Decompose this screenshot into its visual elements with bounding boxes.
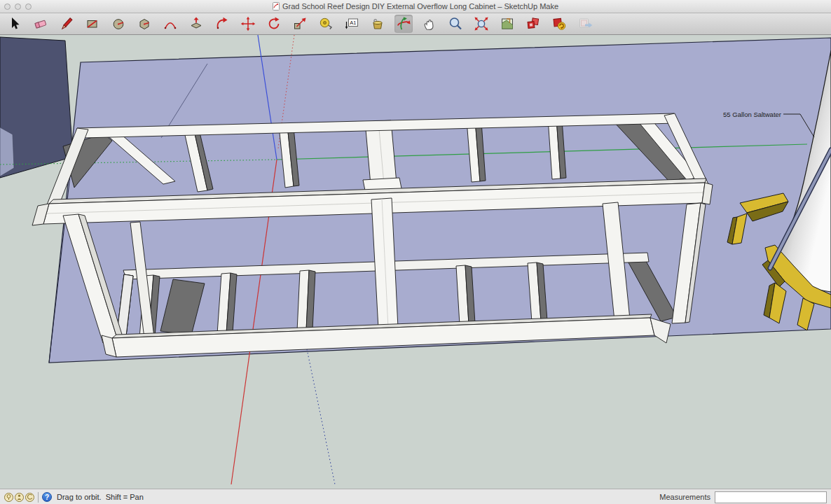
sketchup-window: Grad School Reef Design DIY External Ove… — [0, 0, 831, 504]
arc-tool-icon[interactable] — [161, 15, 179, 33]
select-tool-icon[interactable] — [6, 15, 24, 33]
measurements-input[interactable] — [715, 491, 827, 503]
add-location-tool-icon[interactable] — [498, 15, 516, 33]
close-button[interactable] — [4, 4, 11, 10]
text-tool-icon[interactable]: A1 — [343, 15, 361, 33]
status-globe-icon — [25, 493, 34, 502]
eraser-tool-icon[interactable] — [32, 15, 50, 33]
document-icon — [273, 2, 280, 10]
measurements-label: Measurements — [659, 493, 710, 501]
3d-warehouse-icon[interactable] — [524, 15, 542, 33]
annotation-text: 55 Gallon Saltwater — [723, 111, 781, 118]
move-tool-icon[interactable] — [239, 15, 257, 33]
follow-me-tool-icon[interactable] — [213, 15, 231, 33]
help-button[interactable]: ? — [42, 492, 52, 502]
back-wall — [0, 37, 73, 178]
push-pull-tool-icon[interactable] — [187, 15, 205, 33]
circle-tool-icon[interactable] — [109, 15, 128, 33]
minimize-button[interactable] — [15, 4, 21, 10]
status-hint-text: Drag to orbit. Shift = Pan — [57, 493, 144, 501]
svg-text:A1: A1 — [350, 20, 356, 26]
extension-warehouse-icon[interactable] — [550, 15, 568, 33]
tape-measure-tool-icon[interactable] — [317, 15, 335, 33]
status-person-icon — [15, 493, 24, 502]
rotate-tool-icon[interactable] — [265, 15, 283, 33]
zoom-extents-tool-icon[interactable] — [472, 15, 490, 33]
status-divider — [38, 492, 39, 503]
status-bar: ? Drag to orbit. Shift = Pan Measurement… — [0, 489, 831, 504]
status-bulb-icon — [4, 493, 13, 502]
viewport-3d[interactable]: 55 Gallon Saltwater — [0, 35, 831, 489]
pan-tool-icon[interactable] — [420, 15, 439, 33]
scale-tool-icon[interactable] — [291, 15, 309, 33]
title-bar: Grad School Reef Design DIY External Ove… — [0, 0, 831, 13]
send-to-layout-icon — [576, 15, 594, 33]
toolbar: A1 — [0, 13, 831, 35]
paint-bucket-tool-icon[interactable] — [369, 15, 387, 33]
zoom-tool-icon[interactable] — [446, 15, 465, 33]
rectangle-tool-icon[interactable] — [83, 15, 102, 33]
orbit-tool-icon[interactable] — [394, 15, 413, 33]
window-title: Grad School Reef Design DIY External Ove… — [282, 2, 558, 10]
polygon-tool-icon[interactable] — [135, 15, 153, 33]
zoom-window-button[interactable] — [25, 4, 32, 10]
line-tool-icon[interactable] — [57, 15, 76, 33]
window-title-wrap: Grad School Reef Design DIY External Ove… — [0, 2, 831, 10]
